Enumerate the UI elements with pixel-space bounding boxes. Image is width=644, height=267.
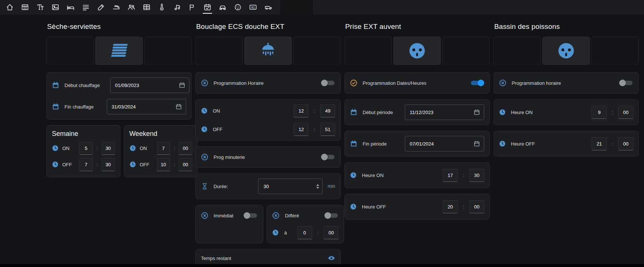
on-off-times-panel: ON 12 : 49 OFF 12 : 51 bbox=[195, 99, 341, 141]
prog-horaire-toggle[interactable] bbox=[321, 79, 335, 87]
radiator-icon bbox=[109, 41, 129, 60]
differe-toggle[interactable] bbox=[324, 212, 338, 219]
prog-minuterie-panel: Prog minuterie bbox=[195, 146, 341, 168]
clock-icon bbox=[350, 203, 357, 210]
ecs-on-minute-field[interactable]: 49 bbox=[320, 104, 335, 117]
pen-icon bbox=[97, 3, 105, 11]
typography-icon bbox=[36, 3, 44, 11]
tile-empty-right[interactable] bbox=[144, 37, 192, 65]
heure-off-label: Heure OFF bbox=[511, 141, 535, 147]
nav-item-outlet[interactable] bbox=[230, 0, 245, 14]
debut-periode-input[interactable]: 11/12/2023 bbox=[405, 104, 484, 120]
heure-off-hour-field[interactable]: 21 bbox=[592, 137, 607, 150]
tile-outlet[interactable] bbox=[542, 37, 590, 65]
debut-periode-value: 11/12/2023 bbox=[410, 110, 433, 115]
weekend-on-minute-field[interactable]: 00 bbox=[179, 142, 192, 155]
prog-dates-toggle[interactable] bbox=[470, 79, 484, 87]
circle-x-icon bbox=[201, 153, 208, 161]
clock-icon bbox=[129, 161, 136, 168]
prog-horaire-toggle[interactable] bbox=[619, 79, 633, 87]
fin-periode-input[interactable]: 07/01/2024 bbox=[405, 136, 484, 151]
semaine-on-hour-field[interactable]: 5 bbox=[79, 142, 93, 155]
column-seche-serviettes: Sèche-serviettes Début chauffage 01/09/2… bbox=[46, 20, 192, 267]
semaine-off-hour-field[interactable]: 7 bbox=[79, 158, 93, 171]
calendar-picker-icon[interactable] bbox=[473, 140, 480, 147]
tile-empty-right[interactable] bbox=[293, 37, 341, 65]
nav-item-table[interactable] bbox=[17, 0, 33, 14]
nav-item-car[interactable] bbox=[215, 0, 230, 14]
heure-off-minute-field[interactable]: 00 bbox=[618, 137, 633, 150]
time-colon: : bbox=[612, 110, 613, 115]
nav-item-binary[interactable] bbox=[245, 0, 261, 14]
check-circle-icon bbox=[350, 79, 357, 87]
nav-item-bed[interactable] bbox=[63, 0, 78, 14]
outlet-icon bbox=[234, 3, 242, 11]
nav-item-people[interactable] bbox=[124, 0, 139, 14]
weekend-off-hour-field[interactable]: 10 bbox=[157, 158, 170, 171]
tile-radiator[interactable] bbox=[95, 37, 143, 65]
circle-x-icon bbox=[272, 212, 280, 219]
nav-item-thermometer[interactable] bbox=[154, 0, 169, 14]
immediat-toggle[interactable] bbox=[244, 212, 258, 219]
nav-item-image[interactable] bbox=[48, 0, 63, 14]
heure-on-minute-field[interactable]: 00 bbox=[618, 106, 633, 119]
time-colon: : bbox=[317, 230, 319, 236]
ecs-off-hour-field[interactable]: 12 bbox=[294, 123, 308, 136]
weekend-off-row: OFF 10 : 00 bbox=[129, 156, 192, 173]
tile-empty-left[interactable] bbox=[46, 37, 94, 65]
calendar-picker-icon[interactable] bbox=[179, 82, 185, 89]
list-icon bbox=[82, 3, 90, 11]
weekend-on-hour-field[interactable]: 7 bbox=[157, 142, 170, 155]
tile-outlet[interactable] bbox=[393, 37, 441, 65]
nav-item-pen[interactable] bbox=[93, 0, 109, 14]
time-colon: : bbox=[463, 173, 464, 178]
duree-input[interactable] bbox=[263, 183, 298, 190]
tile-empty-right[interactable] bbox=[591, 37, 639, 65]
weekend-off-minute-field[interactable]: 00 bbox=[179, 158, 192, 171]
table-icon bbox=[21, 3, 29, 11]
semaine-off-minute-field[interactable]: 30 bbox=[102, 158, 115, 171]
nav-item-flag[interactable] bbox=[185, 0, 200, 14]
tile-row bbox=[46, 37, 192, 65]
immediat-panel: Immédiat bbox=[195, 205, 263, 243]
heure-on-minute-field[interactable]: 30 bbox=[469, 169, 484, 182]
calendar-picker-icon[interactable] bbox=[473, 109, 480, 116]
nav-item-music[interactable] bbox=[169, 0, 185, 14]
immediat-label: Immédiat bbox=[214, 213, 233, 218]
chevron-down-icon[interactable] bbox=[316, 187, 319, 189]
nav-item-grid[interactable] bbox=[139, 0, 154, 14]
differe-label: Différé bbox=[285, 213, 299, 218]
nav-empty-slot bbox=[280, 0, 313, 14]
tile-empty-left[interactable] bbox=[195, 37, 243, 65]
calendar-picker-icon[interactable] bbox=[175, 103, 182, 110]
tile-empty-left[interactable] bbox=[493, 37, 541, 65]
tile-empty-left[interactable] bbox=[344, 37, 392, 65]
prog-minuterie-toggle[interactable] bbox=[321, 153, 335, 161]
clock-icon bbox=[350, 172, 357, 178]
tile-empty-right[interactable] bbox=[442, 37, 490, 65]
differe-minute-field[interactable]: 00 bbox=[324, 226, 338, 239]
heure-off-hour-field[interactable]: 20 bbox=[443, 200, 458, 213]
nav-item-typography[interactable] bbox=[33, 0, 48, 14]
nav-item-list[interactable] bbox=[78, 0, 93, 14]
nav-item-calendar-check[interactable] bbox=[200, 0, 215, 14]
heure-on-hour-field[interactable]: 17 bbox=[443, 169, 458, 182]
stepper-arrows[interactable] bbox=[316, 184, 319, 189]
prog-horaire-label: Programmation horaire bbox=[512, 80, 561, 86]
differe-hour-field[interactable]: 0 bbox=[297, 226, 312, 239]
time-colon: : bbox=[612, 141, 613, 147]
nav-item-iron[interactable] bbox=[109, 0, 124, 14]
fin-chauffage-input[interactable]: 31/03/2024 bbox=[107, 99, 186, 114]
semaine-on-minute-field[interactable]: 30 bbox=[102, 142, 115, 155]
ecs-on-hour-field[interactable]: 12 bbox=[294, 104, 308, 117]
chevron-up-icon[interactable] bbox=[316, 184, 319, 186]
tile-shower[interactable] bbox=[244, 37, 292, 65]
debut-chauffage-input[interactable]: 01/09/2023 bbox=[110, 77, 189, 93]
heure-off-minute-field[interactable]: 00 bbox=[469, 200, 484, 213]
nav-item-home[interactable] bbox=[2, 0, 17, 14]
heure-on-hour-field[interactable]: 9 bbox=[592, 106, 607, 119]
eye-icon[interactable] bbox=[328, 254, 335, 262]
nav-item-vehicle[interactable] bbox=[261, 0, 276, 14]
ecs-off-minute-field[interactable]: 51 bbox=[320, 123, 335, 136]
clock-icon bbox=[499, 140, 506, 147]
